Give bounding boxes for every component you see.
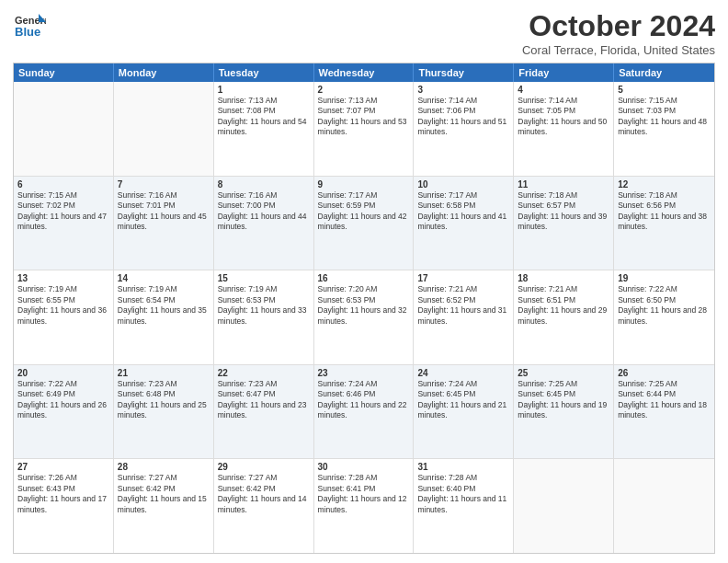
cell-info: Sunrise: 7:24 AM Sunset: 6:45 PM Dayligh… [417, 379, 509, 421]
calendar-cell: 10Sunrise: 7:17 AM Sunset: 6:58 PM Dayli… [414, 177, 514, 270]
day-number: 21 [118, 368, 210, 378]
day-number: 22 [218, 368, 310, 378]
calendar-cell: 6Sunrise: 7:15 AM Sunset: 7:02 PM Daylig… [14, 177, 114, 270]
cell-info: Sunrise: 7:21 AM Sunset: 6:51 PM Dayligh… [518, 284, 609, 327]
day-number: 17 [417, 273, 509, 283]
cell-info: Sunrise: 7:15 AM Sunset: 7:03 PM Dayligh… [618, 96, 711, 138]
calendar-cell: 5Sunrise: 7:15 AM Sunset: 7:03 PM Daylig… [614, 82, 714, 176]
cell-info: Sunrise: 7:14 AM Sunset: 7:06 PM Dayligh… [417, 96, 509, 138]
day-number: 8 [218, 179, 310, 190]
cell-info: Sunrise: 7:19 AM Sunset: 6:54 PM Dayligh… [118, 284, 210, 327]
cell-info: Sunrise: 7:14 AM Sunset: 7:05 PM Dayligh… [518, 96, 609, 138]
day-number: 26 [618, 368, 711, 378]
page: General Blue October 2024 Coral Terrace,… [0, 0, 728, 563]
calendar-row-2: 6Sunrise: 7:15 AM Sunset: 7:02 PM Daylig… [14, 177, 714, 271]
logo-icon: General Blue [13, 9, 46, 42]
cell-info: Sunrise: 7:26 AM Sunset: 6:43 PM Dayligh… [17, 473, 109, 515]
calendar-cell: 12Sunrise: 7:18 AM Sunset: 6:56 PM Dayli… [614, 177, 714, 270]
calendar-cell: 26Sunrise: 7:25 AM Sunset: 6:44 PM Dayli… [614, 365, 714, 459]
day-number: 4 [518, 85, 609, 95]
calendar-cell [614, 459, 714, 553]
day-number: 3 [417, 85, 509, 95]
calendar-cell: 25Sunrise: 7:25 AM Sunset: 6:45 PM Dayli… [514, 365, 614, 459]
day-number: 14 [118, 273, 210, 283]
cell-info: Sunrise: 7:17 AM Sunset: 6:58 PM Dayligh… [417, 190, 509, 233]
cell-info: Sunrise: 7:22 AM Sunset: 6:49 PM Dayligh… [17, 379, 109, 421]
day-number: 24 [417, 368, 509, 378]
cell-info: Sunrise: 7:25 AM Sunset: 6:44 PM Dayligh… [618, 379, 711, 421]
calendar-cell: 2Sunrise: 7:13 AM Sunset: 7:07 PM Daylig… [314, 82, 415, 176]
day-number: 20 [17, 368, 109, 378]
header: General Blue October 2024 Coral Terrace,… [13, 9, 715, 57]
logo: General Blue [13, 9, 46, 42]
cell-info: Sunrise: 7:23 AM Sunset: 6:48 PM Dayligh… [118, 379, 210, 421]
day-header-monday: Monday [114, 63, 214, 82]
day-header-sunday: Sunday [14, 63, 114, 82]
cell-info: Sunrise: 7:27 AM Sunset: 6:42 PM Dayligh… [218, 473, 310, 515]
cell-info: Sunrise: 7:20 AM Sunset: 6:53 PM Dayligh… [318, 284, 410, 327]
day-number: 18 [518, 273, 609, 283]
calendar-cell: 21Sunrise: 7:23 AM Sunset: 6:48 PM Dayli… [114, 365, 214, 459]
location: Coral Terrace, Florida, United States [522, 43, 715, 57]
cell-info: Sunrise: 7:16 AM Sunset: 7:00 PM Dayligh… [218, 190, 310, 233]
calendar-row-4: 20Sunrise: 7:22 AM Sunset: 6:49 PM Dayli… [14, 365, 714, 460]
day-number: 5 [618, 85, 711, 95]
cell-info: Sunrise: 7:16 AM Sunset: 7:01 PM Dayligh… [118, 190, 210, 233]
day-number: 2 [318, 85, 410, 95]
day-number: 27 [17, 462, 109, 472]
calendar-cell: 14Sunrise: 7:19 AM Sunset: 6:54 PM Dayli… [114, 270, 214, 364]
calendar-body: 1Sunrise: 7:13 AM Sunset: 7:08 PM Daylig… [14, 82, 714, 553]
day-number: 6 [17, 179, 109, 190]
calendar-cell: 1Sunrise: 7:13 AM Sunset: 7:08 PM Daylig… [214, 82, 314, 176]
day-number: 30 [318, 462, 410, 472]
calendar-cell: 7Sunrise: 7:16 AM Sunset: 7:01 PM Daylig… [114, 177, 214, 270]
calendar-cell: 30Sunrise: 7:28 AM Sunset: 6:41 PM Dayli… [314, 459, 415, 553]
cell-info: Sunrise: 7:24 AM Sunset: 6:46 PM Dayligh… [318, 379, 410, 421]
day-number: 23 [318, 368, 410, 378]
calendar-cell: 8Sunrise: 7:16 AM Sunset: 7:00 PM Daylig… [214, 177, 314, 270]
day-number: 16 [318, 273, 410, 283]
calendar-cell: 20Sunrise: 7:22 AM Sunset: 6:49 PM Dayli… [14, 365, 114, 459]
title-section: October 2024 Coral Terrace, Florida, Uni… [522, 9, 715, 57]
calendar-cell: 24Sunrise: 7:24 AM Sunset: 6:45 PM Dayli… [414, 365, 514, 459]
cell-info: Sunrise: 7:18 AM Sunset: 6:56 PM Dayligh… [618, 190, 711, 233]
calendar-row-5: 27Sunrise: 7:26 AM Sunset: 6:43 PM Dayli… [14, 459, 714, 553]
cell-info: Sunrise: 7:13 AM Sunset: 7:07 PM Dayligh… [318, 96, 410, 138]
calendar-cell: 22Sunrise: 7:23 AM Sunset: 6:47 PM Dayli… [214, 365, 314, 459]
cell-info: Sunrise: 7:28 AM Sunset: 6:40 PM Dayligh… [417, 473, 509, 515]
cell-info: Sunrise: 7:13 AM Sunset: 7:08 PM Dayligh… [218, 96, 310, 138]
day-header-thursday: Thursday [414, 63, 514, 82]
day-number: 9 [318, 179, 410, 190]
calendar-cell: 11Sunrise: 7:18 AM Sunset: 6:57 PM Dayli… [514, 177, 614, 270]
cell-info: Sunrise: 7:22 AM Sunset: 6:50 PM Dayligh… [618, 284, 711, 327]
cell-info: Sunrise: 7:15 AM Sunset: 7:02 PM Dayligh… [17, 190, 109, 233]
day-number: 25 [518, 368, 609, 378]
cell-info: Sunrise: 7:27 AM Sunset: 6:42 PM Dayligh… [118, 473, 210, 515]
calendar-cell: 15Sunrise: 7:19 AM Sunset: 6:53 PM Dayli… [214, 270, 314, 364]
cell-info: Sunrise: 7:28 AM Sunset: 6:41 PM Dayligh… [318, 473, 410, 515]
cell-info: Sunrise: 7:17 AM Sunset: 6:59 PM Dayligh… [318, 190, 410, 233]
calendar-cell: 17Sunrise: 7:21 AM Sunset: 6:52 PM Dayli… [414, 270, 514, 364]
day-number: 15 [218, 273, 310, 283]
calendar-cell: 18Sunrise: 7:21 AM Sunset: 6:51 PM Dayli… [514, 270, 614, 364]
cell-info: Sunrise: 7:21 AM Sunset: 6:52 PM Dayligh… [417, 284, 509, 327]
cell-info: Sunrise: 7:23 AM Sunset: 6:47 PM Dayligh… [218, 379, 310, 421]
calendar-cell: 13Sunrise: 7:19 AM Sunset: 6:55 PM Dayli… [14, 270, 114, 364]
svg-text:Blue: Blue [15, 25, 40, 39]
calendar-cell [114, 82, 214, 176]
day-header-wednesday: Wednesday [314, 63, 415, 82]
day-number: 10 [417, 179, 509, 190]
calendar-cell: 28Sunrise: 7:27 AM Sunset: 6:42 PM Dayli… [114, 459, 214, 553]
calendar-row-1: 1Sunrise: 7:13 AM Sunset: 7:08 PM Daylig… [14, 82, 714, 177]
calendar-cell [514, 459, 614, 553]
calendar-cell: 3Sunrise: 7:14 AM Sunset: 7:06 PM Daylig… [414, 82, 514, 176]
calendar-cell: 31Sunrise: 7:28 AM Sunset: 6:40 PM Dayli… [414, 459, 514, 553]
day-number: 31 [417, 462, 509, 472]
day-number: 19 [618, 273, 711, 283]
calendar: SundayMondayTuesdayWednesdayThursdayFrid… [13, 63, 715, 554]
cell-info: Sunrise: 7:18 AM Sunset: 6:57 PM Dayligh… [518, 190, 609, 233]
day-header-tuesday: Tuesday [214, 63, 314, 82]
cell-info: Sunrise: 7:19 AM Sunset: 6:55 PM Dayligh… [17, 284, 109, 327]
month-title: October 2024 [522, 9, 715, 43]
day-number: 1 [218, 85, 310, 95]
